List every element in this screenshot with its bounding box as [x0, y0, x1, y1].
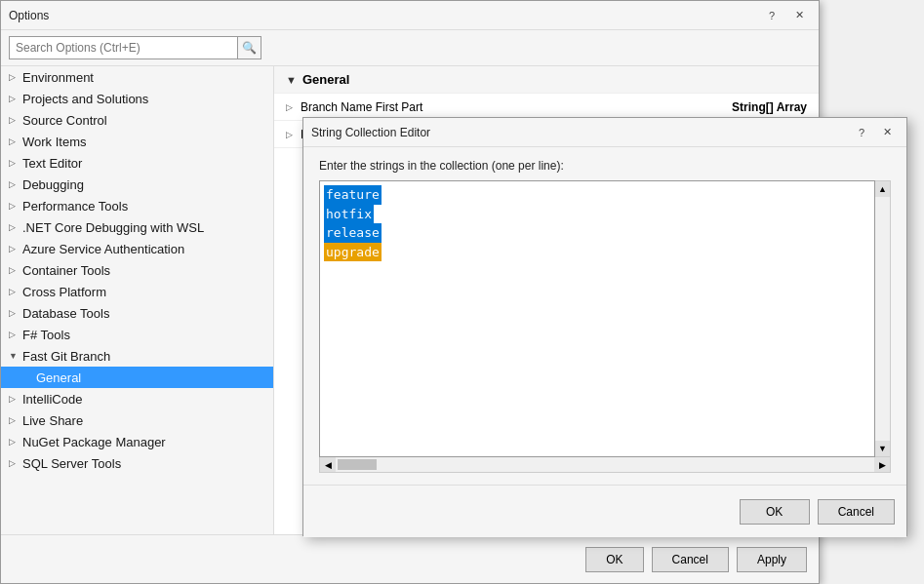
dialog-body: Enter the strings in the collection (one…: [303, 147, 906, 485]
dialog-horizontal-scrollbar[interactable]: ◀ ▶: [319, 457, 891, 473]
h-scroll-thumb: [338, 459, 377, 470]
textarea-content[interactable]: feature hotfix release upgrade: [320, 181, 874, 265]
dialog-close-button[interactable]: ✕: [875, 122, 899, 143]
line-feature: feature: [324, 185, 382, 205]
dialog-footer: OK Cancel: [303, 485, 906, 537]
dialog-ok-button[interactable]: OK: [740, 499, 810, 525]
line-release: release: [324, 223, 382, 243]
line-upgrade: upgrade: [324, 243, 382, 262]
string-collection-dialog: String Collection Editor ? ✕ Enter the s…: [302, 117, 907, 536]
dialog-cancel-button[interactable]: Cancel: [818, 499, 895, 525]
dialog-title: String Collection Editor: [311, 126, 430, 139]
textarea-vertical-scrollbar[interactable]: ▲ ▼: [875, 180, 891, 457]
scroll-left-button[interactable]: ◀: [320, 457, 336, 472]
dialog-textarea-wrap: feature hotfix release upgrade ▲ ▼: [319, 180, 891, 457]
dialog-title-bar: String Collection Editor ? ✕: [303, 118, 906, 147]
dialog-textarea-container: feature hotfix release upgrade: [319, 180, 875, 457]
dialog-label: Enter the strings in the collection (one…: [319, 159, 891, 173]
dialog-help-button[interactable]: ?: [850, 122, 873, 143]
scroll-down-button[interactable]: ▼: [875, 441, 890, 456]
line-hotfix: hotfix: [324, 205, 374, 224]
h-scroll-track: [336, 457, 874, 472]
scroll-up-button[interactable]: ▲: [875, 181, 890, 197]
dialog-overlay: String Collection Editor ? ✕ Enter the s…: [0, 0, 924, 584]
scroll-right-button[interactable]: ▶: [874, 457, 890, 472]
